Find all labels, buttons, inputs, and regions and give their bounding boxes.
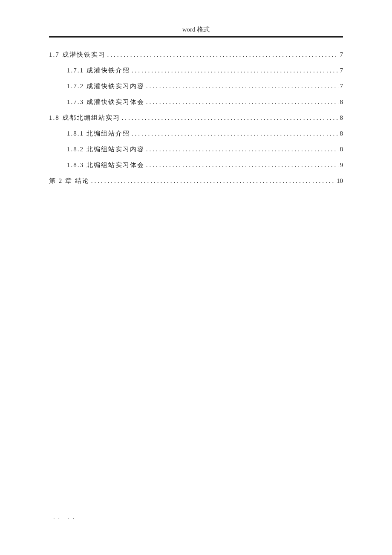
toc-page-number: 8	[338, 146, 343, 153]
page-header: word 格式	[49, 26, 343, 36]
toc-entry[interactable]: 第 2 章 结论 10	[49, 177, 343, 185]
toc-leader-dots	[144, 83, 338, 90]
toc-leader-dots	[120, 114, 338, 121]
toc-page-number: 8	[338, 130, 343, 137]
header-rule-top	[49, 36, 343, 37]
toc-page-number: 9	[338, 162, 343, 169]
toc-entry[interactable]: 1.8 成都北编组站实习 8	[49, 114, 343, 122]
toc-page-number: 7	[338, 67, 343, 74]
header-title: word 格式	[182, 26, 210, 33]
toc-label: 1.7.1 成灌快铁介绍	[67, 66, 130, 75]
toc-leader-dots	[144, 146, 338, 153]
footer-mark: .. ..	[53, 514, 78, 521]
toc-entry[interactable]: 1.7.2 成灌快铁实习内容 7	[49, 82, 343, 90]
toc-leader-dots	[144, 162, 338, 169]
toc-label: 第 2 章 结论	[49, 177, 89, 185]
header-rule-bottom	[49, 38, 343, 38]
toc-page-number: 8	[338, 98, 343, 106]
toc-entry[interactable]: 1.8.3 北编组站实习体会 9	[49, 161, 343, 169]
toc-entry[interactable]: 1.7 成灌快铁实习 7	[49, 51, 343, 59]
toc-label: 1.8.1 北编组站介绍	[67, 130, 130, 138]
toc-leader-dots	[144, 98, 338, 106]
toc-leader-dots	[106, 51, 338, 58]
toc-leader-dots	[130, 67, 338, 74]
toc-label: 1.7.2 成灌快铁实习内容	[67, 82, 144, 90]
toc-entry[interactable]: 1.7.1 成灌快铁介绍 7	[49, 66, 343, 75]
toc-entry[interactable]: 1.7.3 成灌快铁实习体会 8	[49, 98, 343, 106]
toc-label: 1.7.3 成灌快铁实习体会	[67, 98, 144, 106]
toc-page-number: 7	[338, 51, 343, 58]
toc-entry[interactable]: 1.8.1 北编组站介绍 8	[49, 130, 343, 138]
toc-leader-dots	[130, 130, 338, 137]
toc-page-number: 8	[338, 114, 343, 121]
toc-page-number: 10	[335, 177, 343, 185]
toc-label: 1.7 成灌快铁实习	[49, 51, 106, 59]
table-of-contents: 1.7 成灌快铁实习 7 1.7.1 成灌快铁介绍 7 1.7.2 成灌快铁实习…	[49, 51, 343, 185]
toc-entry[interactable]: 1.8.2 北编组站实习内容 8	[49, 145, 343, 153]
toc-label: 1.8 成都北编组站实习	[49, 114, 120, 122]
toc-page-number: 7	[338, 83, 343, 90]
toc-leader-dots	[89, 177, 335, 185]
document-page: word 格式 1.7 成灌快铁实习 7 1.7.1 成灌快铁介绍 7 1.7.…	[0, 0, 392, 185]
toc-label: 1.8.3 北编组站实习体会	[67, 161, 144, 169]
toc-label: 1.8.2 北编组站实习内容	[67, 145, 144, 153]
